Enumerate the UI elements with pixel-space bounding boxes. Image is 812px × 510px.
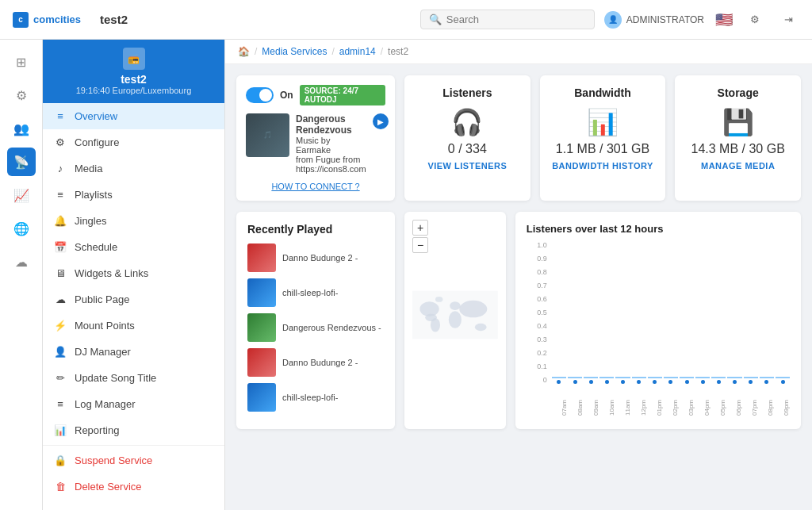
- nav-item-media[interactable]: ♪ Media: [43, 155, 224, 182]
- breadcrumb-current: test2: [388, 46, 408, 57]
- nav-item-reporting[interactable]: 📊 Reporting: [43, 417, 224, 443]
- map-zoom-out[interactable]: −: [412, 237, 428, 253]
- logout-button[interactable]: ⇥: [777, 9, 799, 31]
- map-zoom-in[interactable]: +: [412, 220, 428, 236]
- dj-manager-icon: 👤: [54, 346, 67, 358]
- sidebar-icon-analytics[interactable]: 📈: [7, 181, 36, 209]
- chart-card: Listeners over last 12 hours 1.0 0.9 0.8…: [515, 212, 801, 429]
- y-label-01: 0.1: [537, 362, 550, 370]
- bandwidth-value: 1.1 MB / 301 GB: [551, 142, 655, 156]
- y-label-09: 0.9: [537, 255, 550, 263]
- track-thumb-3: [247, 313, 276, 342]
- chart-x-labels: 07am08am09am10am11am12pm01pm02pm03pm04pm…: [527, 400, 790, 416]
- nav-item-configure[interactable]: ⚙ Configure: [43, 129, 224, 155]
- nav-label-overview: Overview: [75, 110, 117, 122]
- main-content: 🏠 / Media Services / admin14 / test2 On …: [225, 40, 812, 510]
- chart-bar-14: [776, 377, 790, 378]
- chart-y-labels: 1.0 0.9 0.8 0.7 0.6 0.5 0.4 0.3 0.2 0.1 …: [527, 241, 550, 384]
- np-thumb-text: 🎵: [263, 131, 272, 140]
- how-to-connect[interactable]: HOW TO CONNECT ?: [246, 182, 385, 191]
- station-icon: 📻: [123, 48, 145, 70]
- breadcrumb-media-services[interactable]: Media Services: [262, 46, 327, 57]
- sidebar-icon-users[interactable]: 👥: [7, 114, 36, 143]
- recently-played-card: Recently Played Danno Budunge 2 - chill-…: [236, 212, 395, 429]
- sidebar-icon-cloud[interactable]: ☁: [7, 247, 36, 276]
- nav-item-log-manager[interactable]: ≡ Log Manager: [43, 391, 224, 417]
- sidebar-icon-radio[interactable]: 📡: [7, 148, 36, 176]
- nav-item-update-song[interactable]: ✏ Update Song Title: [43, 365, 224, 391]
- np-sub3: https://icons8.com: [296, 164, 366, 174]
- search-input[interactable]: [446, 13, 573, 25]
- bandwidth-history-link[interactable]: BANDWIDTH HISTORY: [551, 161, 655, 171]
- chart-area: 1.0 0.9 0.8 0.7 0.6 0.5 0.4 0.3 0.2 0.1 …: [527, 241, 790, 400]
- x-label-10: 05pm: [710, 400, 726, 416]
- chart-dot-5: [637, 380, 641, 384]
- nav-label-configure: Configure: [75, 136, 119, 148]
- listeners-value: 0 / 334: [416, 142, 519, 156]
- source-badge: SOURCE: 24/7 AUTODJ: [300, 85, 385, 105]
- update-song-icon: ✏: [54, 372, 67, 384]
- nav-item-schedule[interactable]: 📅 Schedule: [43, 234, 224, 260]
- nav-item-delete[interactable]: 🗑 Delete Service: [43, 474, 224, 500]
- search-bar[interactable]: 🔍: [420, 10, 595, 29]
- settings-button[interactable]: ⚙: [744, 9, 766, 31]
- nav-label-jingles: Jingles: [75, 215, 106, 227]
- chart-bar-col-9: [695, 241, 710, 384]
- nav-item-mount-points[interactable]: ⚡ Mount Points: [43, 313, 224, 339]
- nav-item-suspend[interactable]: 🔒 Suspend Service: [43, 447, 224, 474]
- stream-toggle[interactable]: [246, 87, 274, 103]
- nav-item-jingles[interactable]: 🔔 Jingles: [43, 208, 224, 234]
- home-icon: 🏠: [238, 46, 250, 57]
- view-listeners-link[interactable]: VIEW LISTENERS: [416, 161, 519, 171]
- nav-item-public-page[interactable]: ☁ Public Page: [43, 286, 224, 313]
- nav-label-playlists: Playlists: [75, 189, 113, 201]
- on-label: On: [280, 90, 293, 101]
- storage-value: 14.3 MB / 30 GB: [686, 142, 790, 156]
- svg-point-8: [435, 297, 442, 302]
- page-title: test2: [100, 13, 411, 26]
- chart-bar-11: [727, 377, 741, 378]
- manage-media-link[interactable]: MANAGE MEDIA: [686, 161, 790, 171]
- track-thumb-2: [247, 278, 276, 307]
- x-label-9: 04pm: [695, 400, 710, 416]
- overview-icon: ≡: [54, 110, 67, 122]
- toggle-knob: [259, 89, 272, 102]
- y-label-00: 0: [543, 376, 550, 384]
- x-label-5: 12pm: [631, 400, 647, 416]
- nav-item-overview[interactable]: ≡ Overview: [43, 103, 224, 129]
- x-label-11: 06pm: [726, 400, 742, 416]
- x-label-13: 08pm: [758, 400, 774, 416]
- svg-point-6: [459, 301, 487, 318]
- chart-bar-col-6: [648, 241, 662, 384]
- nav-item-widgets[interactable]: 🖥 Widgets & Links: [43, 260, 224, 286]
- track-thumb-1: [247, 243, 276, 272]
- delete-icon: 🗑: [54, 481, 67, 493]
- track-name-4: Danno Budunge 2 -: [282, 358, 358, 367]
- chart-title: Listeners over last 12 hours: [527, 223, 790, 235]
- icon-sidebar: ⊞ ⚙ 👥 📡 📈 🌐 ☁: [0, 40, 43, 510]
- bandwidth-card: Bandwidth 📊 1.1 MB / 301 GB BANDWIDTH HI…: [540, 75, 666, 201]
- sidebar-icon-settings[interactable]: ⚙: [7, 81, 36, 109]
- svg-point-7: [475, 324, 487, 331]
- chart-bar-col-3: [599, 241, 614, 384]
- breadcrumb-admin14[interactable]: admin14: [339, 46, 376, 57]
- nav-label-log-manager: Log Manager: [75, 398, 136, 410]
- nav-item-playlists[interactable]: ≡ Playlists: [43, 182, 224, 208]
- sidebar-icon-dashboard[interactable]: ⊞: [7, 48, 36, 76]
- y-label-02: 0.2: [537, 349, 550, 357]
- topbar: c comcities test2 🔍 👤 ADMINISTRATOR 🇺🇸 ⚙…: [0, 0, 812, 40]
- x-label-4: 11am: [615, 400, 631, 416]
- recently-played-title: Recently Played: [247, 223, 384, 236]
- np-title: Dangerous Rendezvous: [296, 113, 366, 136]
- now-playing-info: Dangerous Rendezvous Music by Earmake fr…: [296, 113, 366, 174]
- nav-label-dj-manager: DJ Manager: [75, 346, 131, 358]
- content-area: On SOURCE: 24/7 AUTODJ 🎵 Dangerous Rende…: [225, 64, 812, 440]
- play-button[interactable]: ▶: [373, 113, 389, 129]
- station-time: 19:16:40 Europe/Luxembourg: [76, 86, 192, 95]
- now-playing: 🎵 Dangerous Rendezvous Music by Earmake …: [246, 113, 385, 174]
- chart-dot-14: [781, 380, 785, 384]
- nav-item-dj-manager[interactable]: 👤 DJ Manager: [43, 339, 224, 365]
- x-label-6: 01pm: [647, 400, 663, 416]
- x-label-7: 02pm: [663, 400, 679, 416]
- sidebar-icon-network[interactable]: 🌐: [7, 214, 36, 243]
